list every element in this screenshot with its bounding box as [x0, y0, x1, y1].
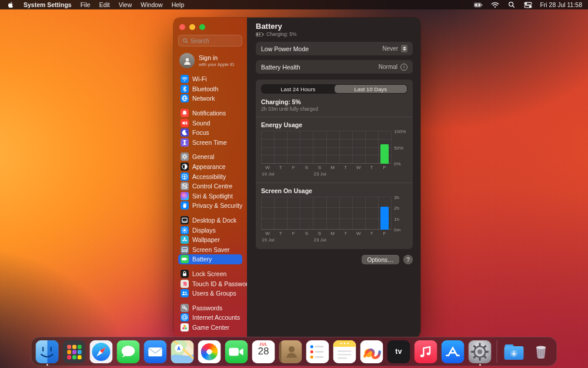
- menu-bar-status: Fri 28 Jul 11:58: [474, 1, 582, 8]
- battery-health-value: Normal: [379, 64, 397, 70]
- dock-item-bin[interactable]: [529, 340, 553, 364]
- sidebar-item-wallpaper[interactable]: Wallpaper: [178, 235, 242, 245]
- y-tick-label: 1h: [394, 217, 399, 222]
- low-power-label: Low Power Mode: [261, 45, 309, 52]
- sidebar-item-sound[interactable]: Sound: [178, 118, 242, 128]
- x-tick-label: W: [265, 231, 270, 236]
- dock-item-messages[interactable]: [116, 340, 141, 364]
- sidebar-item-label: Wallpaper: [192, 236, 220, 243]
- wifi-icon[interactable]: [490, 1, 499, 8]
- options-button[interactable]: Options…: [362, 255, 399, 264]
- menu-bar: System Settings FileEditViewWindowHelp F…: [0, 0, 588, 9]
- sidebar-item-screen-time[interactable]: Screen Time: [178, 138, 242, 148]
- sidebar-item-control-centre[interactable]: Control Centre: [178, 181, 242, 191]
- sidebar-item-users-groups[interactable]: Users & Groups: [178, 289, 242, 299]
- y-tick-label: 2h: [394, 205, 399, 211]
- menu-file[interactable]: File: [81, 1, 91, 8]
- dock-item-app-store[interactable]: [441, 340, 465, 364]
- dock-item-freeform[interactable]: [360, 340, 384, 364]
- tab-last-10-days[interactable]: Last 10 Days: [335, 85, 407, 93]
- sidebar-item-focus[interactable]: Focus: [178, 128, 242, 138]
- sidebar-item-siri-spotlight[interactable]: Siri & Spotlight: [178, 191, 242, 201]
- sidebar-item-accessibility[interactable]: Accessibility: [178, 171, 242, 181]
- x-tick-label: T: [344, 231, 347, 236]
- facetime-icon: [225, 340, 248, 363]
- low-power-dropdown[interactable]: [401, 45, 407, 52]
- x-tick-label: F: [292, 165, 295, 170]
- divider: [256, 183, 413, 183]
- menu-help[interactable]: Help: [172, 1, 185, 8]
- gridline: [300, 131, 300, 164]
- sidebar-item-battery[interactable]: Battery: [178, 254, 242, 264]
- sidebar-item-wi-fi[interactable]: Wi-Fi: [178, 74, 242, 84]
- dock-item-calendar[interactable]: JUL28: [252, 340, 276, 364]
- sidebar-item-touch-id-password[interactable]: Touch ID & Password: [178, 279, 242, 289]
- dock-item-finder[interactable]: [35, 340, 59, 364]
- dock-item-notes[interactable]: [333, 340, 357, 364]
- sign-in-row[interactable]: Sign in with your Apple ID: [178, 52, 242, 74]
- sidebar-item-screen-saver[interactable]: Screen Saver: [178, 245, 242, 255]
- menu-bar-left: System Settings FileEditViewWindowHelp: [6, 1, 184, 8]
- chart-date-labels: 19 Jul23 Jul: [261, 237, 391, 244]
- sidebar-item-privacy-security[interactable]: Privacy & Security: [178, 201, 242, 211]
- gear-icon: [181, 152, 189, 161]
- search-icon[interactable]: [507, 1, 516, 8]
- messages-icon: [117, 340, 140, 363]
- sidebar-item-internet-accounts[interactable]: Internet Accounts: [178, 313, 242, 323]
- sidebar-item-desktop-dock[interactable]: Desktop & Dock: [178, 216, 242, 226]
- dock-item-photos[interactable]: [198, 340, 222, 364]
- search-input[interactable]: [191, 38, 238, 44]
- dock-item-downloads[interactable]: [502, 340, 526, 364]
- battery-health-label: Battery Health: [261, 64, 300, 71]
- sidebar-item-network[interactable]: Network: [178, 94, 242, 104]
- chart-y-axis: 3h2h1h0m: [391, 197, 407, 230]
- users-icon: [181, 289, 189, 297]
- divider: [256, 117, 413, 117]
- sidebar-item-displays[interactable]: Displays: [178, 225, 242, 235]
- menu-edit[interactable]: Edit: [99, 1, 110, 8]
- sidebar-item-lock-screen[interactable]: Lock Screen: [178, 269, 242, 279]
- gridline: [365, 131, 366, 164]
- x-tick-label: S: [318, 231, 321, 236]
- sidebar-item-label: Control Centre: [192, 183, 232, 190]
- dock-item-maps[interactable]: [171, 340, 195, 364]
- sidebar-item-game-center[interactable]: Game Center: [178, 323, 242, 333]
- sidebar-item-passwords[interactable]: Passwords: [178, 303, 242, 313]
- active-app-name[interactable]: System Settings: [24, 1, 72, 8]
- dock-item-music[interactable]: [414, 340, 438, 364]
- dock-item-mail[interactable]: [143, 340, 168, 364]
- menu-window[interactable]: Window: [141, 1, 162, 8]
- zoom-button[interactable]: [199, 24, 205, 30]
- info-icon[interactable]: i: [400, 64, 407, 71]
- dock-item-contacts[interactable]: [279, 340, 303, 364]
- low-power-value: Never: [382, 45, 398, 52]
- apple-menu-icon[interactable]: [6, 1, 15, 8]
- screen-on-usage-chart: Screen On Usage 3h2h1h0m WTFSSMTWTF 19 J…: [261, 187, 407, 244]
- menu-view[interactable]: View: [119, 1, 132, 8]
- dock-item-facetime[interactable]: [225, 340, 249, 364]
- menu-bar-clock[interactable]: Fri 28 Jul 11:58: [540, 1, 582, 8]
- battery-charging-icon[interactable]: [474, 1, 483, 8]
- battery-pane: Battery Charging: 5% Low Power Mode Neve…: [247, 18, 420, 337]
- minimize-button[interactable]: [189, 24, 195, 30]
- help-button[interactable]: ?: [403, 255, 413, 264]
- control-center-icon[interactable]: [523, 1, 532, 8]
- gridline: [261, 163, 391, 164]
- sidebar-item-label: Game Center: [192, 324, 229, 331]
- dock-item-reminders[interactable]: [306, 340, 330, 364]
- dock-item-tv[interactable]: tv: [387, 340, 411, 364]
- sidebar-item-notifications[interactable]: Notifications: [178, 108, 242, 118]
- tab-last-24-hours[interactable]: Last 24 Hours: [262, 85, 335, 93]
- dock-item-launchpad[interactable]: [62, 340, 86, 364]
- sidebar-item-bluetooth[interactable]: Bluetooth: [178, 84, 242, 94]
- close-button[interactable]: [179, 24, 185, 30]
- x-tick-label: M: [330, 165, 335, 170]
- sidebar-item-label: Notifications: [192, 110, 226, 117]
- sign-in-subtitle: with your Apple ID: [199, 62, 234, 67]
- sidebar-item-label: Passwords: [192, 304, 222, 311]
- dock-item-system-settings[interactable]: [468, 340, 492, 364]
- sidebar-item-label: Network: [192, 95, 215, 102]
- sidebar-item-appearance[interactable]: Appearance: [178, 162, 242, 172]
- sidebar-item-general[interactable]: General: [178, 152, 242, 162]
- dock-item-safari[interactable]: [89, 340, 113, 364]
